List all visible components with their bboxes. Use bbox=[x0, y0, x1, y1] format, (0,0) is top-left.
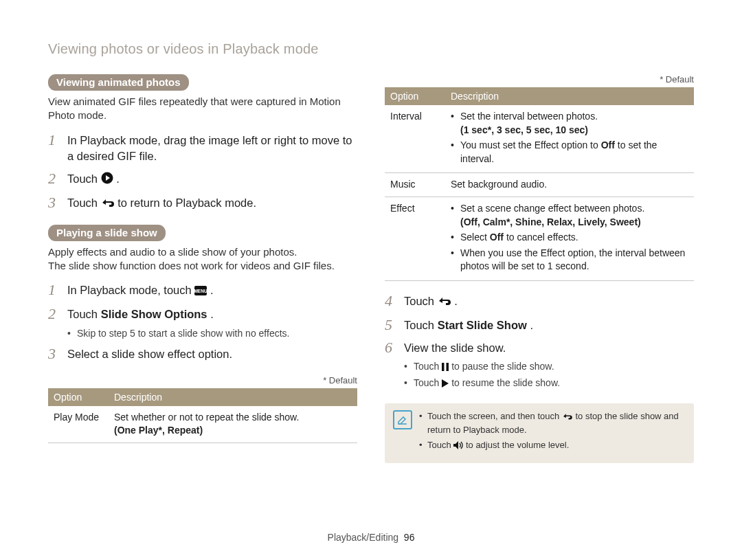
speaker-icon bbox=[453, 440, 463, 453]
sub-text: Touch bbox=[414, 377, 442, 388]
desc-text: Set the interval between photos. bbox=[460, 111, 598, 122]
step-item: Touch Start Slide Show . bbox=[385, 317, 694, 333]
note-item: Touch the screen, and then touch to stop… bbox=[419, 410, 684, 436]
menu-icon: MENU bbox=[194, 284, 207, 300]
step-text: . bbox=[116, 172, 120, 185]
sub-item: Skip to step 5 to start a slide show wit… bbox=[67, 327, 357, 340]
desc-text: You must set the Effect option to bbox=[460, 139, 601, 150]
intro-text: Apply effects and audio to a slide show … bbox=[48, 245, 357, 273]
play-circle-icon bbox=[101, 172, 113, 188]
svg-text:MENU: MENU bbox=[194, 289, 207, 293]
desc-text: Select bbox=[460, 232, 490, 243]
back-arrow-icon bbox=[101, 197, 115, 212]
table-row: Effect Set a scene change effect between… bbox=[385, 197, 694, 280]
left-column: Viewing animated photos View animated GI… bbox=[48, 74, 357, 463]
note-text: to adjust the volume level. bbox=[466, 440, 569, 450]
svg-marker-8 bbox=[453, 441, 458, 449]
desc-text: to cancel effects. bbox=[504, 232, 578, 243]
step-item: In Playback mode, drag the image left or… bbox=[48, 133, 357, 164]
step-item: Touch to return to Playback mode. bbox=[48, 195, 357, 212]
desc-item: Set the interval between photos. (1 sec*… bbox=[451, 110, 688, 137]
desc-item: When you use the Effect option, the inte… bbox=[451, 247, 688, 273]
default-note: * Default bbox=[48, 375, 357, 385]
section-heading-slideshow: Playing a slide show bbox=[48, 225, 166, 241]
step-text: to return to Playback mode. bbox=[117, 197, 256, 209]
step-text: In Playback mode, touch bbox=[67, 284, 194, 296]
back-arrow-icon bbox=[438, 295, 451, 311]
step-text: Touch bbox=[404, 319, 438, 331]
table-row: Music Set background audio. bbox=[385, 173, 694, 197]
desc-item: Select Off to cancel effects. bbox=[451, 231, 688, 245]
sub-item: Touch to resume the slide show. bbox=[404, 377, 694, 391]
note-text: Touch bbox=[427, 440, 453, 450]
steps-slideshow-setup: In Playback mode, touch MENU . Touch Sli… bbox=[48, 282, 357, 362]
desc-text: Set a scene change effect between photos… bbox=[460, 203, 644, 214]
table-row: Play Mode Set whether or not to repeat t… bbox=[48, 406, 357, 443]
intro-line: The slide show function does not work fo… bbox=[48, 260, 335, 271]
table-header-option: Option bbox=[48, 388, 109, 406]
step-text: . bbox=[530, 319, 533, 331]
table-header-description: Description bbox=[109, 388, 357, 406]
table-row: Interval Set the interval between photos… bbox=[385, 105, 694, 173]
sub-list: Touch to pause the slide show. Touch bbox=[404, 360, 694, 391]
desc-item: Set a scene change effect between photos… bbox=[451, 202, 688, 229]
note-list: Touch the screen, and then touch to stop… bbox=[419, 410, 684, 453]
desc-list: Set the interval between photos. (1 sec*… bbox=[451, 110, 688, 166]
steps-slideshow-run: Touch . Touch Start Slide Show . View th… bbox=[385, 293, 694, 391]
options-table-playmode: Option Description Play Mode Set whether… bbox=[48, 388, 357, 443]
content-columns: Viewing animated photos View animated GI… bbox=[48, 74, 694, 463]
desc-item: You must set the Effect option to Off to… bbox=[451, 139, 688, 166]
step-text: Touch bbox=[404, 295, 438, 307]
footer-section: Playback/Editing bbox=[328, 532, 399, 543]
sub-text: Touch bbox=[414, 361, 442, 372]
step-bold: Start Slide Show bbox=[438, 319, 527, 331]
step-text: Touch bbox=[67, 197, 101, 209]
step-item: In Playback mode, touch MENU . bbox=[48, 282, 357, 300]
default-note: * Default bbox=[385, 74, 694, 85]
step-text: . bbox=[210, 284, 214, 296]
note-box: Touch the screen, and then touch to stop… bbox=[385, 403, 694, 463]
step-text: . bbox=[210, 308, 214, 320]
step-item: Touch Slide Show Options . Skip to step … bbox=[48, 306, 357, 339]
option-desc: Set background audio. bbox=[445, 173, 694, 197]
step-item: Select a slide show effect option. bbox=[48, 346, 357, 362]
step-item: View the slide show. Touch to pause the … bbox=[385, 340, 694, 391]
step-bold: Slide Show Options bbox=[101, 308, 207, 320]
svg-rect-5 bbox=[447, 363, 449, 371]
option-desc: Set whether or not to repeat the slide s… bbox=[109, 406, 357, 443]
desc-text: Set whether or not to repeat the slide s… bbox=[114, 412, 299, 423]
step-item: Touch . bbox=[48, 171, 357, 188]
manual-page: Viewing photos or videos in Playback mod… bbox=[0, 0, 742, 560]
page-number: 96 bbox=[404, 532, 415, 543]
option-name: Music bbox=[385, 173, 445, 197]
option-name: Effect bbox=[385, 197, 445, 280]
sub-item: Touch to pause the slide show. bbox=[404, 360, 694, 374]
note-text: Touch the screen, and then touch bbox=[427, 411, 562, 421]
table-header-option: Option bbox=[385, 87, 445, 105]
section-heading-viewing-animated: Viewing animated photos bbox=[48, 74, 189, 91]
back-arrow-icon bbox=[562, 412, 573, 424]
page-footer: Playback/Editing 96 bbox=[0, 532, 742, 543]
step-text: View the slide show. bbox=[404, 341, 506, 354]
intro-line: Apply effects and audio to a slide show … bbox=[48, 246, 297, 258]
step-text: Touch bbox=[67, 172, 101, 185]
right-column: * Default Option Description Interval bbox=[385, 74, 694, 463]
play-triangle-icon bbox=[442, 378, 449, 391]
sub-text: to pause the slide show. bbox=[451, 361, 554, 372]
page-title: Viewing photos or videos in Playback mod… bbox=[48, 41, 694, 57]
sub-list: Skip to step 5 to start a slide show wit… bbox=[67, 327, 357, 340]
table-header-description: Description bbox=[445, 87, 694, 105]
option-desc: Set the interval between photos. (1 sec*… bbox=[445, 105, 694, 173]
desc-list: Set a scene change effect between photos… bbox=[451, 202, 688, 273]
desc-values: (1 sec*, 3 sec, 5 sec, 10 sec) bbox=[460, 124, 588, 135]
step-text: Touch bbox=[67, 308, 101, 320]
step-item: Touch . bbox=[385, 293, 694, 311]
steps-animated-photos: In Playback mode, drag the image left or… bbox=[48, 133, 357, 212]
desc-values: (One Play*, Repeat) bbox=[114, 425, 203, 436]
option-name: Interval bbox=[385, 105, 445, 173]
note-item: Touch to adjust the volume level. bbox=[419, 439, 684, 453]
svg-rect-4 bbox=[442, 363, 445, 371]
desc-bold: Off bbox=[601, 139, 615, 150]
svg-marker-6 bbox=[442, 379, 449, 388]
option-name: Play Mode bbox=[48, 406, 109, 443]
